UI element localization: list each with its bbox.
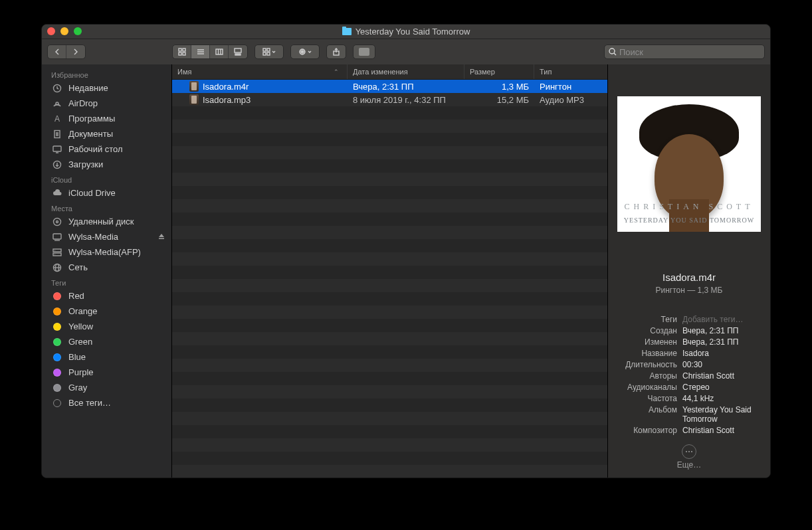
gallery-view-button[interactable]	[229, 44, 247, 59]
sidebar-item[interactable]: Удаленный диск	[42, 214, 171, 229]
sidebar-item[interactable]: Все теги…	[42, 395, 171, 410]
empty-row	[172, 252, 607, 266]
tag-color-icon	[51, 383, 63, 393]
svg-point-44	[54, 250, 55, 250]
column-headers: Имя ⌃ Дата изменения Размер Тип	[172, 64, 607, 80]
column-header-size[interactable]: Размер	[464, 64, 534, 79]
sidebar-item-label: Все теги…	[68, 398, 111, 408]
sidebar-item[interactable]: Gray	[42, 380, 171, 395]
sidebar-item-label: Рабочий стол	[68, 144, 123, 154]
album-title-text: YESTERDAY YOU SAID TOMORROW	[617, 217, 761, 224]
svg-rect-12	[237, 54, 239, 55]
column-header-type[interactable]: Тип	[534, 64, 607, 79]
file-size: 1,3 МБ	[464, 82, 534, 92]
tag-color-icon	[51, 398, 63, 408]
file-rows: Isadora.m4rВчера, 2:31 ПП1,3 МБРингтонIs…	[172, 80, 607, 478]
svg-rect-33	[53, 146, 61, 151]
empty-row	[172, 106, 607, 120]
tags-button[interactable]	[353, 44, 375, 59]
empty-row	[172, 372, 607, 385]
desktop-icon	[51, 145, 63, 154]
meta-key: Создан	[615, 326, 677, 335]
icon-view-button[interactable]	[173, 44, 191, 59]
sidebar-section-title: Избранное	[42, 67, 171, 80]
sidebar-item-label: Документы	[68, 129, 113, 139]
empty-row	[172, 412, 607, 425]
file-row[interactable]: Isadora.mp38 июля 2019 г., 4:32 ПП15,2 М…	[172, 93, 607, 106]
disc-icon	[51, 217, 63, 226]
sidebar-item[interactable]: Orange	[42, 304, 171, 319]
sidebar-item[interactable]: AirDrop	[42, 96, 171, 111]
more-actions-button[interactable]: ⋯	[682, 444, 696, 459]
sidebar-item[interactable]: Yellow	[42, 319, 171, 334]
sidebar-item[interactable]: iCloud Drive	[42, 185, 171, 201]
empty-row	[172, 199, 607, 213]
back-button[interactable]	[48, 44, 66, 59]
svg-line-25	[614, 53, 616, 55]
file-row[interactable]: Isadora.m4rВчера, 2:31 ПП1,3 МБРингтон	[172, 80, 607, 93]
sidebar-item[interactable]: Wylsa-Media(AFP)	[42, 244, 171, 260]
meta-value: Вчера, 2:31 ПП	[682, 326, 763, 335]
sidebar-item[interactable]: Документы	[42, 126, 171, 141]
group-by-button[interactable]	[254, 44, 284, 59]
meta-key: Длительность	[615, 360, 677, 369]
meta-key: Частота	[615, 394, 677, 403]
audio-file-icon	[189, 94, 199, 105]
sidebar-item-label: Orange	[68, 306, 97, 316]
sidebar-item[interactable]: Green	[42, 334, 171, 349]
sidebar-item[interactable]: Red	[42, 288, 171, 304]
sidebar-section-title: Места	[42, 201, 171, 214]
meta-key: Теги	[615, 315, 677, 324]
meta-value[interactable]: Добавить теги…	[682, 315, 763, 324]
preview-pane: CHRISTIAN SCOTT YESTERDAY YOU SAID TOMOR…	[608, 64, 770, 478]
minimize-button[interactable]	[60, 27, 68, 35]
column-header-date[interactable]: Дата изменения	[348, 64, 464, 79]
search-input[interactable]	[619, 47, 760, 57]
sidebar-item-label: Удаленный диск	[68, 217, 134, 226]
sidebar-item[interactable]: Сеть	[42, 260, 171, 275]
empty-row	[172, 239, 607, 252]
audio-file-icon	[189, 81, 199, 92]
svg-rect-13	[239, 54, 241, 55]
action-menu-button[interactable]	[290, 44, 320, 59]
empty-row	[172, 213, 607, 226]
file-size: 15,2 МБ	[464, 95, 534, 105]
empty-row	[172, 398, 607, 412]
sidebar-item-label: AirDrop	[68, 98, 98, 108]
tag-color-icon	[51, 368, 63, 377]
sidebar-item-label: Gray	[68, 383, 87, 393]
column-header-name[interactable]: Имя ⌃	[172, 64, 348, 79]
file-date: 8 июля 2019 г., 4:32 ПП	[348, 95, 464, 105]
sidebar-item[interactable]: Недавние	[42, 80, 171, 96]
sidebar-item[interactable]: Рабочий стол	[42, 141, 171, 157]
close-button[interactable]	[47, 27, 55, 35]
column-view-button[interactable]	[210, 44, 229, 59]
eject-icon[interactable]	[158, 232, 165, 242]
toolbar	[42, 39, 770, 64]
sidebar-item-label: Green	[68, 337, 92, 347]
meta-key: Авторы	[615, 371, 677, 381]
document-icon	[51, 130, 63, 139]
empty-row	[172, 133, 607, 146]
search-icon	[609, 48, 617, 56]
tag-color-icon	[51, 337, 63, 347]
share-button[interactable]	[326, 44, 346, 59]
sidebar-item[interactable]: AПрограммы	[42, 111, 171, 126]
zoom-button[interactable]	[74, 27, 82, 35]
svg-rect-1	[183, 48, 185, 51]
sidebar-item[interactable]: Загрузки	[42, 157, 171, 172]
meta-key: Альбом	[615, 405, 677, 424]
sidebar-item[interactable]: Blue	[42, 349, 171, 365]
empty-row	[172, 385, 607, 398]
svg-rect-11	[235, 54, 237, 55]
list-view-button[interactable]	[191, 44, 210, 59]
empty-row	[172, 425, 607, 438]
album-artist-text: CHRISTIAN SCOTT	[617, 202, 761, 212]
sidebar-item[interactable]: Purple	[42, 365, 171, 380]
forward-button[interactable]	[66, 44, 85, 59]
search-box[interactable]	[604, 44, 765, 59]
sidebar-item-label: Программы	[68, 114, 115, 124]
svg-rect-2	[179, 52, 181, 55]
sidebar-item-label: Purple	[68, 367, 94, 377]
sidebar-item[interactable]: Wylsa-Media	[42, 229, 171, 244]
